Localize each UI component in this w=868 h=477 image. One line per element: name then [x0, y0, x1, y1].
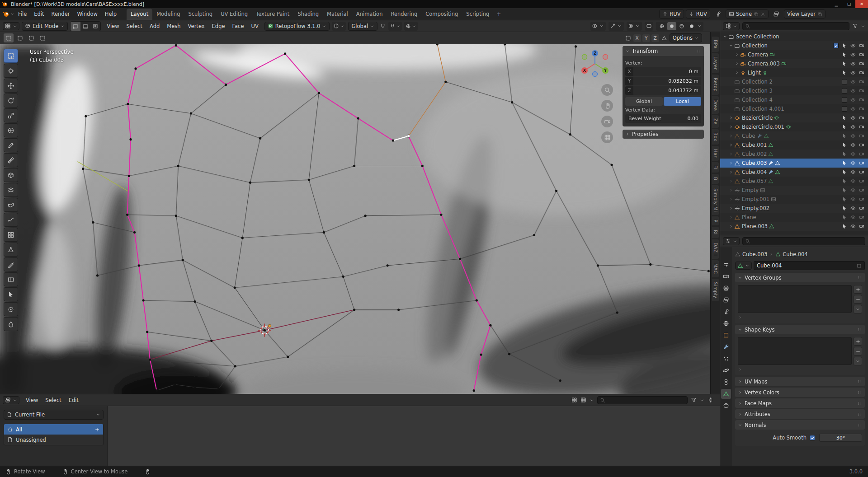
hide-toggle[interactable] [849, 224, 857, 229]
drag-handle-icon[interactable] [857, 327, 862, 332]
viewport-menu-edge[interactable]: Edge [208, 20, 229, 32]
sidebar-tab-daz-i[interactable]: DAZ I [712, 239, 719, 259]
breadcrumb-data[interactable]: Cube.004 [783, 251, 807, 257]
snap-face-icon[interactable] [661, 35, 667, 41]
outliner-row-beziercircle-001[interactable]: BezierCircle.001 [720, 122, 868, 131]
snap-toggle-icon[interactable] [380, 23, 386, 29]
outliner-row-collection-2[interactable]: Collection 2 [720, 77, 868, 86]
proportional-editing-dropdown[interactable] [404, 22, 418, 31]
orientation-selector[interactable]: Global [348, 22, 377, 31]
sidebar-tab-fi[interactable]: FI [712, 162, 719, 173]
select-toggle[interactable] [840, 178, 848, 184]
outliner-row-camera-003[interactable]: Camera.003 [720, 59, 868, 68]
navigation-gizmo[interactable]: XYZ [580, 48, 610, 79]
render-visibility-toggle[interactable] [858, 52, 865, 57]
tool-relax[interactable] [4, 302, 18, 316]
tool-smooth[interactable] [4, 317, 18, 331]
render-visibility-toggle[interactable] [858, 160, 865, 166]
select-toggle[interactable] [840, 70, 848, 75]
disclosure-toggle[interactable] [728, 143, 734, 147]
hide-toggle[interactable] [849, 160, 857, 166]
sidebar-tab-b[interactable]: B [712, 174, 719, 183]
global-button[interactable]: Global [625, 97, 663, 106]
sidebar-tab-bpa[interactable]: BPa [712, 37, 719, 52]
shape-key-specials-button[interactable] [854, 357, 862, 365]
outliner-row-cube-001[interactable]: Cube.001 [720, 140, 868, 150]
tool-polystrips[interactable] [4, 198, 18, 212]
tool-annotate[interactable] [4, 138, 18, 152]
tool-patches[interactable] [4, 228, 18, 242]
outliner-row-cube[interactable]: Cube [720, 131, 868, 140]
retopoflow-menu[interactable]: RetopoFlow 3.1.0 [264, 22, 330, 31]
editor-type-assets[interactable] [3, 396, 19, 404]
hide-toggle[interactable] [849, 215, 857, 220]
panel-attributes[interactable]: Attributes [735, 409, 865, 419]
hide-toggle[interactable] [849, 196, 857, 202]
maximize-button[interactable]: ▢ [843, 0, 855, 8]
ruv-button-2[interactable]: RUV [686, 9, 710, 19]
workspace-tab-uv-editing[interactable]: UV Editing [217, 9, 252, 20]
workspace-tab-material[interactable]: Material [323, 9, 352, 20]
disclosure-toggle[interactable] [728, 116, 734, 120]
hide-toggle[interactable] [849, 115, 857, 121]
selectmode-intersect[interactable] [38, 33, 47, 42]
vertex-x-field[interactable]: X0 m [625, 67, 701, 76]
disclosure-toggle[interactable] [728, 43, 734, 48]
select-toggle[interactable] [840, 169, 848, 175]
new-scene-icon[interactable] [754, 12, 759, 17]
scene-selector[interactable]: Scene [726, 9, 769, 19]
sidebar-tab-layer[interactable]: Layer [712, 53, 719, 73]
drag-handle-icon[interactable] [696, 48, 701, 54]
select-toggle[interactable] [840, 142, 848, 148]
gear-icon[interactable] [708, 397, 713, 403]
outliner-row-cube-002[interactable]: Cube.002 [720, 150, 868, 159]
outliner-row-beziercircle[interactable]: BezierCircle [720, 113, 868, 122]
3d-viewport[interactable]: User Perspective (1) Cube.003 XYZ Transf… [0, 44, 710, 394]
disclosure-toggle[interactable] [728, 170, 734, 174]
snap-dropdown[interactable] [388, 22, 402, 31]
collection-checkbox[interactable] [842, 106, 847, 112]
render-visibility-toggle[interactable] [858, 124, 865, 130]
sidebar-tab-ze[interactable]: Ze [712, 115, 719, 128]
viewport-menu-face[interactable]: Face [229, 20, 248, 32]
hide-toggle[interactable] [849, 169, 857, 175]
select-toggle[interactable] [840, 215, 848, 220]
mirror-bounds-icon[interactable] [625, 35, 631, 41]
render-visibility-toggle[interactable] [858, 215, 865, 220]
local-button[interactable]: Local [664, 97, 701, 106]
tool-move[interactable] [4, 79, 18, 93]
zoom-button[interactable] [601, 84, 613, 96]
data-id-selector[interactable] [735, 262, 752, 270]
select-mode-face[interactable] [90, 22, 100, 31]
editor-type-properties[interactable] [723, 237, 740, 245]
sidebar-tab-p[interactable]: P [712, 216, 719, 225]
hide-toggle[interactable] [849, 142, 857, 148]
outliner-row-empty-002[interactable]: Empty.002 [720, 204, 868, 213]
render-visibility-toggle[interactable] [858, 70, 865, 75]
workspace-tab-compositing[interactable]: Compositing [421, 9, 462, 20]
select-toggle[interactable] [840, 224, 848, 229]
outliner-row-light[interactable]: Light [720, 68, 868, 77]
outliner-row-empty-001[interactable]: Empty.001 [720, 195, 868, 204]
shading-rendered[interactable] [687, 22, 696, 30]
properties-panel-collapsed[interactable]: Properties [623, 130, 704, 139]
display-grid-icon[interactable] [571, 397, 577, 403]
outliner-row-collection[interactable]: Collection [720, 41, 868, 50]
tool-loops[interactable] [4, 272, 18, 286]
remove-shape-key-button[interactable] [854, 347, 862, 355]
chevron-right-icon[interactable] [738, 367, 742, 372]
selectmode-new[interactable] [4, 33, 14, 42]
tool-contours[interactable] [4, 183, 18, 197]
select-toggle[interactable] [840, 61, 848, 66]
workspace-tab-animation[interactable]: Animation [352, 9, 387, 20]
select-toggle[interactable] [840, 196, 848, 202]
tool-strokes[interactable] [4, 213, 18, 227]
properties-tab-physics[interactable] [721, 365, 731, 375]
sidebar-tab-mac[interactable]: MAC [712, 260, 719, 277]
menu-edit[interactable]: Edit [30, 8, 47, 20]
catalog-unassigned[interactable]: Unassigned [4, 435, 103, 445]
properties-tab-particles[interactable] [721, 354, 731, 364]
workspace-tab-modeling[interactable]: Modeling [152, 9, 184, 20]
tool-knife[interactable] [4, 257, 18, 271]
outliner-row-plane-003[interactable]: Plane.003 [720, 222, 868, 231]
